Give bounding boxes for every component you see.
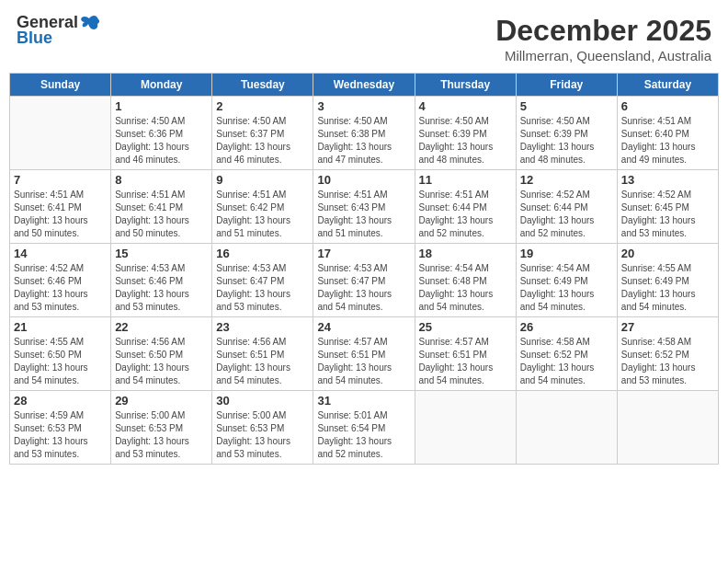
day-number: 19 <box>520 247 613 260</box>
calendar-cell: 11Sunrise: 4:51 AMSunset: 6:44 PMDayligh… <box>415 170 516 244</box>
day-info: Sunrise: 4:52 AMSunset: 6:46 PMDaylight:… <box>14 262 107 314</box>
calendar-cell: 28Sunrise: 4:59 AMSunset: 6:53 PMDayligh… <box>10 391 111 465</box>
day-number: 27 <box>621 320 714 334</box>
day-number: 2 <box>216 99 309 113</box>
day-info: Sunrise: 4:52 AMSunset: 6:44 PMDaylight:… <box>520 189 613 240</box>
day-info: Sunrise: 4:55 AMSunset: 6:49 PMDaylight:… <box>621 262 714 314</box>
calendar-week-row: 28Sunrise: 4:59 AMSunset: 6:53 PMDayligh… <box>10 391 719 465</box>
calendar-cell: 1Sunrise: 4:50 AMSunset: 6:36 PMDaylight… <box>111 97 212 170</box>
logo: General Blue <box>17 13 100 48</box>
calendar-cell: 5Sunrise: 4:50 AMSunset: 6:39 PMDaylight… <box>516 97 617 170</box>
day-number: 3 <box>317 99 410 113</box>
day-info: Sunrise: 4:56 AMSunset: 6:50 PMDaylight:… <box>115 336 208 387</box>
weekday-header-sunday: Sunday <box>10 74 111 97</box>
day-info: Sunrise: 4:54 AMSunset: 6:48 PMDaylight:… <box>419 262 512 314</box>
day-info: Sunrise: 4:51 AMSunset: 6:42 PMDaylight:… <box>216 189 309 240</box>
day-number: 9 <box>216 173 309 187</box>
day-info: Sunrise: 4:53 AMSunset: 6:46 PMDaylight:… <box>115 262 208 314</box>
calendar-cell: 13Sunrise: 4:52 AMSunset: 6:45 PMDayligh… <box>617 170 718 244</box>
day-number: 8 <box>115 173 208 187</box>
day-number: 26 <box>520 320 613 334</box>
calendar-cell <box>10 97 111 170</box>
calendar-cell: 12Sunrise: 4:52 AMSunset: 6:44 PMDayligh… <box>516 170 617 244</box>
day-info: Sunrise: 4:51 AMSunset: 6:41 PMDaylight:… <box>14 189 107 240</box>
day-info: Sunrise: 4:51 AMSunset: 6:44 PMDaylight:… <box>419 189 512 240</box>
day-number: 20 <box>621 247 714 260</box>
calendar-header-row: SundayMondayTuesdayWednesdayThursdayFrid… <box>10 74 719 97</box>
calendar-cell: 6Sunrise: 4:51 AMSunset: 6:40 PMDaylight… <box>617 97 718 170</box>
day-info: Sunrise: 5:01 AMSunset: 6:54 PMDaylight:… <box>317 409 410 461</box>
day-number: 10 <box>317 173 410 187</box>
day-info: Sunrise: 4:50 AMSunset: 6:38 PMDaylight:… <box>317 115 410 167</box>
calendar-cell: 3Sunrise: 4:50 AMSunset: 6:38 PMDaylight… <box>313 97 415 170</box>
calendar-cell <box>415 391 516 465</box>
calendar-cell: 4Sunrise: 4:50 AMSunset: 6:39 PMDaylight… <box>415 97 516 170</box>
calendar-table: SundayMondayTuesdayWednesdayThursdayFrid… <box>9 73 719 465</box>
weekday-header-monday: Monday <box>111 74 212 97</box>
day-number: 6 <box>621 99 714 113</box>
day-info: Sunrise: 4:56 AMSunset: 6:51 PMDaylight:… <box>216 336 309 387</box>
day-number: 31 <box>317 394 410 408</box>
day-info: Sunrise: 4:54 AMSunset: 6:49 PMDaylight:… <box>520 262 613 314</box>
day-info: Sunrise: 4:50 AMSunset: 6:39 PMDaylight:… <box>520 115 613 167</box>
day-info: Sunrise: 5:00 AMSunset: 6:53 PMDaylight:… <box>115 409 208 461</box>
day-info: Sunrise: 4:58 AMSunset: 6:52 PMDaylight:… <box>621 336 714 387</box>
day-number: 21 <box>14 320 107 334</box>
calendar-cell: 23Sunrise: 4:56 AMSunset: 6:51 PMDayligh… <box>212 317 313 391</box>
day-info: Sunrise: 4:50 AMSunset: 6:37 PMDaylight:… <box>216 115 309 167</box>
day-number: 16 <box>216 247 309 260</box>
calendar-cell: 30Sunrise: 5:00 AMSunset: 6:53 PMDayligh… <box>212 391 313 465</box>
day-number: 28 <box>14 394 107 408</box>
title-block: December 2025 Millmerran, Queensland, Au… <box>495 13 711 63</box>
calendar-cell: 22Sunrise: 4:56 AMSunset: 6:50 PMDayligh… <box>111 317 212 391</box>
weekday-header-wednesday: Wednesday <box>313 74 415 97</box>
day-number: 5 <box>520 99 613 113</box>
weekday-header-saturday: Saturday <box>617 74 718 97</box>
day-info: Sunrise: 4:50 AMSunset: 6:39 PMDaylight:… <box>419 115 512 167</box>
day-number: 23 <box>216 320 309 334</box>
month-title: December 2025 <box>495 13 711 48</box>
day-number: 24 <box>317 320 410 334</box>
calendar-cell: 2Sunrise: 4:50 AMSunset: 6:37 PMDaylight… <box>212 97 313 170</box>
calendar-cell: 18Sunrise: 4:54 AMSunset: 6:48 PMDayligh… <box>415 244 516 317</box>
calendar-cell: 8Sunrise: 4:51 AMSunset: 6:41 PMDaylight… <box>111 170 212 244</box>
weekday-header-thursday: Thursday <box>415 74 516 97</box>
calendar-cell: 25Sunrise: 4:57 AMSunset: 6:51 PMDayligh… <box>415 317 516 391</box>
day-info: Sunrise: 4:58 AMSunset: 6:52 PMDaylight:… <box>520 336 613 387</box>
calendar-week-row: 1Sunrise: 4:50 AMSunset: 6:36 PMDaylight… <box>10 97 719 170</box>
calendar-cell: 29Sunrise: 5:00 AMSunset: 6:53 PMDayligh… <box>111 391 212 465</box>
logo-bird-icon <box>80 15 100 31</box>
day-number: 11 <box>419 173 512 187</box>
calendar-cell: 31Sunrise: 5:01 AMSunset: 6:54 PMDayligh… <box>313 391 415 465</box>
day-number: 12 <box>520 173 613 187</box>
logo-blue: Blue <box>17 29 52 48</box>
day-info: Sunrise: 4:51 AMSunset: 6:43 PMDaylight:… <box>317 189 410 240</box>
day-info: Sunrise: 4:57 AMSunset: 6:51 PMDaylight:… <box>317 336 410 387</box>
calendar-week-row: 7Sunrise: 4:51 AMSunset: 6:41 PMDaylight… <box>10 170 719 244</box>
calendar-cell: 24Sunrise: 4:57 AMSunset: 6:51 PMDayligh… <box>313 317 415 391</box>
day-info: Sunrise: 4:53 AMSunset: 6:47 PMDaylight:… <box>317 262 410 314</box>
day-info: Sunrise: 4:51 AMSunset: 6:40 PMDaylight:… <box>621 115 714 167</box>
day-info: Sunrise: 4:50 AMSunset: 6:36 PMDaylight:… <box>115 115 208 167</box>
calendar-cell: 26Sunrise: 4:58 AMSunset: 6:52 PMDayligh… <box>516 317 617 391</box>
calendar-cell <box>617 391 718 465</box>
calendar-cell: 9Sunrise: 4:51 AMSunset: 6:42 PMDaylight… <box>212 170 313 244</box>
day-number: 30 <box>216 394 309 408</box>
day-number: 18 <box>419 247 512 260</box>
calendar-cell: 16Sunrise: 4:53 AMSunset: 6:47 PMDayligh… <box>212 244 313 317</box>
day-number: 13 <box>621 173 714 187</box>
day-info: Sunrise: 4:53 AMSunset: 6:47 PMDaylight:… <box>216 262 309 314</box>
calendar-cell: 17Sunrise: 4:53 AMSunset: 6:47 PMDayligh… <box>313 244 415 317</box>
day-info: Sunrise: 4:55 AMSunset: 6:50 PMDaylight:… <box>14 336 107 387</box>
calendar-week-row: 21Sunrise: 4:55 AMSunset: 6:50 PMDayligh… <box>10 317 719 391</box>
day-info: Sunrise: 5:00 AMSunset: 6:53 PMDaylight:… <box>216 409 309 461</box>
day-number: 17 <box>317 247 410 260</box>
day-number: 4 <box>419 99 512 113</box>
page-header: General Blue December 2025 Millmerran, Q… <box>9 9 719 67</box>
day-info: Sunrise: 4:59 AMSunset: 6:53 PMDaylight:… <box>14 409 107 461</box>
calendar-cell <box>516 391 617 465</box>
calendar-cell: 27Sunrise: 4:58 AMSunset: 6:52 PMDayligh… <box>617 317 718 391</box>
day-number: 15 <box>115 247 208 260</box>
location-subtitle: Millmerran, Queensland, Australia <box>495 48 711 63</box>
weekday-header-tuesday: Tuesday <box>212 74 313 97</box>
